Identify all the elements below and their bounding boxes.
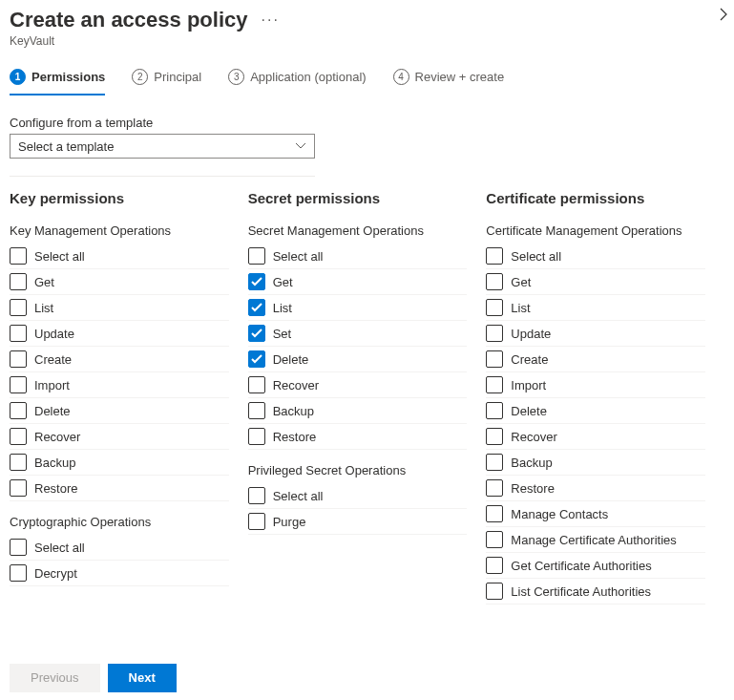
permission-checkbox-row[interactable]: Create	[486, 347, 705, 372]
permission-checkbox-row[interactable]: Delete	[486, 398, 705, 424]
close-icon[interactable]	[719, 8, 728, 24]
checkbox[interactable]	[486, 454, 503, 471]
permission-checkbox-row[interactable]: Import	[10, 372, 229, 398]
checkbox[interactable]	[10, 325, 27, 342]
checkbox[interactable]	[486, 376, 503, 393]
permission-checkbox-row[interactable]: List	[248, 295, 468, 321]
checkbox[interactable]	[486, 505, 503, 522]
checkbox-label: Import	[511, 378, 546, 392]
checkbox[interactable]	[10, 564, 27, 582]
checkbox-label: Select all	[34, 249, 85, 264]
permission-checkbox-row[interactable]: Select all	[248, 483, 468, 509]
checkbox[interactable]	[10, 428, 27, 445]
permission-checkbox-row[interactable]: List Certificate Authorities	[486, 579, 705, 605]
permission-column: Key permissionsKey Management Operations…	[10, 190, 248, 605]
step-number-icon: 3	[228, 69, 244, 85]
permission-checkbox-row[interactable]: Purge	[248, 509, 468, 535]
checkbox[interactable]	[486, 557, 503, 574]
tab-step-1[interactable]: 1Permissions	[10, 69, 105, 95]
checkbox[interactable]	[10, 350, 27, 368]
tab-label: Principal	[154, 70, 201, 84]
permission-checkbox-row[interactable]: Restore	[486, 476, 705, 501]
permission-checkbox-row[interactable]: Decrypt	[10, 561, 229, 586]
checkbox[interactable]	[486, 273, 503, 290]
checkbox[interactable]	[10, 299, 27, 316]
permission-checkbox-row[interactable]: Select all	[10, 535, 229, 561]
permission-checkbox-row[interactable]: Import	[486, 372, 705, 398]
tab-step-4[interactable]: 4Review + create	[393, 69, 505, 95]
checkbox[interactable]	[486, 350, 503, 368]
checkbox[interactable]	[10, 376, 27, 393]
checkbox-label: Recover	[511, 430, 556, 444]
page-title: Create an access policy	[10, 8, 247, 32]
page-subtitle: KeyVault	[10, 34, 724, 48]
step-number-icon: 4	[393, 69, 409, 85]
checkbox[interactable]	[248, 247, 265, 265]
checkbox[interactable]	[10, 539, 27, 556]
previous-button[interactable]: Previous	[10, 664, 100, 692]
permission-checkbox-row[interactable]: Delete	[248, 347, 468, 372]
permission-checkbox-row[interactable]: Get Certificate Authorities	[486, 553, 705, 579]
checkbox[interactable]	[248, 273, 265, 290]
checkbox[interactable]	[486, 479, 503, 497]
checkbox-label: Manage Contacts	[511, 507, 608, 521]
permission-checkbox-row[interactable]: Create	[10, 347, 229, 372]
permission-checkbox-row[interactable]: Get	[486, 269, 705, 295]
tab-step-2[interactable]: 2Principal	[132, 69, 201, 95]
column-title: Certificate permissions	[486, 190, 705, 206]
checkbox[interactable]	[486, 247, 503, 265]
permission-checkbox-row[interactable]: Select all	[486, 244, 705, 269]
checkbox[interactable]	[10, 402, 27, 419]
permission-checkbox-row[interactable]: Manage Contacts	[486, 501, 705, 527]
checkbox[interactable]	[248, 299, 265, 316]
checkbox[interactable]	[486, 428, 503, 445]
permission-checkbox-row[interactable]: Restore	[248, 424, 468, 450]
checkbox[interactable]	[10, 479, 27, 497]
checkbox[interactable]	[10, 273, 27, 290]
permission-checkbox-row[interactable]: Backup	[486, 450, 705, 476]
permission-checkbox-row[interactable]: Get	[10, 269, 229, 295]
permission-checkbox-row[interactable]: Set	[248, 321, 468, 347]
checkbox[interactable]	[486, 299, 503, 316]
permission-checkbox-row[interactable]: Update	[10, 321, 229, 347]
checkbox[interactable]	[248, 487, 265, 504]
checkbox[interactable]	[486, 402, 503, 419]
checkbox[interactable]	[486, 531, 503, 548]
checkbox[interactable]	[10, 454, 27, 471]
permission-checkbox-row[interactable]: Recover	[486, 424, 705, 450]
checkbox[interactable]	[248, 350, 265, 368]
checkbox-label: Backup	[511, 456, 552, 470]
checkbox[interactable]	[486, 325, 503, 342]
permission-checkbox-row[interactable]: Recover	[248, 372, 468, 398]
permission-checkbox-row[interactable]: List	[10, 295, 229, 321]
more-actions-icon[interactable]: ···	[261, 11, 279, 29]
permission-checkbox-row[interactable]: Delete	[10, 398, 229, 424]
group-title: Secret Management Operations	[248, 223, 468, 238]
next-button[interactable]: Next	[108, 664, 177, 692]
checkbox[interactable]	[486, 583, 503, 600]
checkbox-label: Delete	[511, 404, 547, 418]
permission-checkbox-row[interactable]: Backup	[248, 398, 468, 424]
checkbox-label: List	[273, 301, 292, 315]
permission-checkbox-row[interactable]: Backup	[10, 450, 229, 476]
permission-checkbox-row[interactable]: Get	[248, 269, 468, 295]
permission-checkbox-row[interactable]: Recover	[10, 424, 229, 450]
checkbox[interactable]	[248, 428, 265, 445]
checkbox[interactable]	[248, 513, 265, 530]
template-select[interactable]: Select a template	[10, 134, 315, 159]
permission-checkbox-row[interactable]: Select all	[248, 244, 468, 269]
checkbox-label: Import	[34, 378, 70, 392]
permission-checkbox-row[interactable]: Select all	[10, 244, 229, 269]
checkbox[interactable]	[248, 325, 265, 342]
tab-step-3[interactable]: 3Application (optional)	[228, 69, 366, 95]
checkbox-label: Select all	[273, 489, 324, 503]
checkbox[interactable]	[248, 376, 265, 393]
permission-checkbox-row[interactable]: Update	[486, 321, 705, 347]
permission-column: Secret permissionsSecret Management Oper…	[248, 190, 487, 605]
checkbox[interactable]	[248, 402, 265, 419]
checkbox-label: Get	[34, 275, 54, 289]
checkbox[interactable]	[10, 247, 27, 265]
permission-checkbox-row[interactable]: Manage Certificate Authorities	[486, 527, 705, 553]
permission-checkbox-row[interactable]: List	[486, 295, 705, 321]
permission-checkbox-row[interactable]: Restore	[10, 476, 229, 501]
